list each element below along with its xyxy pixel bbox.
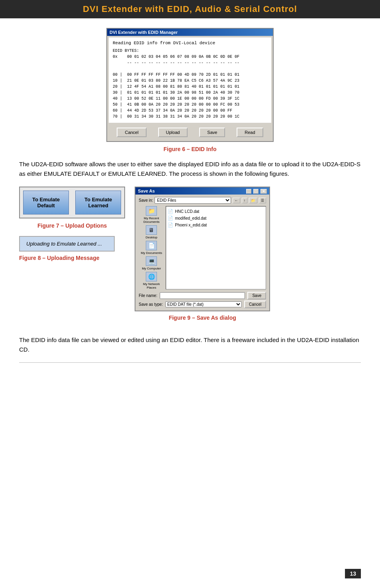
figure6-caption: Figure 6 – EDID Info <box>19 146 361 152</box>
file-item-modified[interactable]: 📄 modified_edid.dat <box>168 215 264 222</box>
save-as-type-label: Save as type: <box>139 302 163 307</box>
upload-left-column: To EmulateDefault To EmulateLearned Figu… <box>19 187 125 268</box>
dvi-buttons: Cancel Upload Save Read <box>107 124 273 141</box>
file-item-phoenix[interactable]: 📄 Phoeni x_edid.dat <box>168 222 264 228</box>
uploading-message-box: Uploading to Emulate Learned ... <box>19 236 115 252</box>
desktop-icon: 🖥 <box>146 225 157 235</box>
dvi-status-text: Reading EDID info from DVI-Local device <box>113 41 267 45</box>
savetype-row: Save as type: EDID DAT file (*.dat) Canc… <box>139 301 266 308</box>
sidebar-my-documents[interactable]: 📄 My Documents <box>141 241 162 255</box>
sidebar-my-computer[interactable]: 💻 My Computer <box>142 256 161 270</box>
upload-buttons-box: To EmulateDefault To EmulateLearned <box>19 187 125 218</box>
upload-options-row: To EmulateDefault To EmulateLearned Figu… <box>19 187 361 328</box>
body-text-2: The EDID info data file can be viewed or… <box>19 335 361 354</box>
body-text-1: The UD2A-EDID software allows the user t… <box>19 159 361 179</box>
sa-bottom-controls: File name: Save Save as type: EDID DAT f… <box>139 292 266 308</box>
page-number: 13 <box>345 569 361 578</box>
file-icon-hnclcd: 📄 <box>168 209 173 214</box>
sidebar-my-network[interactable]: 🌐 My NetworkPlaces <box>143 272 160 289</box>
read-button[interactable]: Read <box>237 128 263 137</box>
view-button[interactable]: ☰ <box>259 198 266 203</box>
file-icon-modified: 📄 <box>168 216 173 221</box>
save-as-main: 📁 My RecentDocuments 🖥 Desktop 📄 My Doc <box>139 206 266 289</box>
save-button[interactable]: Save <box>199 128 225 137</box>
save-as-toolbar: Save in: EDID Files ← ↑ 📁 ☰ <box>139 197 266 204</box>
new-folder-button[interactable]: 📁 <box>249 198 257 203</box>
emulate-default-button[interactable]: To EmulateDefault <box>23 191 69 214</box>
dvi-window-body: Reading EDID info from DVI-Local device … <box>109 37 271 123</box>
my-documents-icon: 📄 <box>146 241 157 250</box>
cancel-button[interactable]: Cancel <box>117 128 146 137</box>
sa-save-button[interactable]: Save <box>247 292 266 299</box>
save-as-column: Save As _ □ ✕ Save in: EDID Files <box>135 187 270 328</box>
sa-sidebar: 📁 My RecentDocuments 🖥 Desktop 📄 My Doc <box>139 206 164 289</box>
minimize-button[interactable]: _ <box>246 189 251 194</box>
my-network-icon: 🌐 <box>146 272 157 281</box>
maximize-button[interactable]: □ <box>253 189 259 194</box>
sa-file-list: 📄 HNC LCD.dat 📄 modified_edid.dat 📄 Pho <box>166 206 266 289</box>
dvi-titlebar: DVI Extender with EDID Manager <box>107 29 273 36</box>
figure9-caption: Figure 9 – Save As dialog <box>135 315 270 321</box>
sidebar-desktop[interactable]: 🖥 Desktop <box>146 225 157 239</box>
file-icon-phoenix: 📄 <box>168 222 173 228</box>
upload-button[interactable]: Upload <box>158 128 188 137</box>
sa-cancel-button[interactable]: Cancel <box>244 301 266 308</box>
sidebar-recent-docs[interactable]: 📁 My RecentDocuments <box>143 206 159 224</box>
nav-back-button[interactable]: ← <box>233 198 240 203</box>
emulate-learned-button[interactable]: To EmulateLearned <box>75 191 121 214</box>
save-in-label: Save in: <box>139 198 153 203</box>
save-as-titlebar: Save As _ □ ✕ <box>135 187 269 195</box>
save-in-select[interactable]: EDID Files <box>155 197 231 204</box>
close-button[interactable]: ✕ <box>261 189 267 194</box>
file-name-label: File name: <box>139 293 157 298</box>
save-as-title: Save As <box>138 189 155 193</box>
page-title: DVI Extender with EDID, Audio & Serial C… <box>10 4 370 14</box>
edid-bytes-block: EDID BYTES: 0x 00 01 02 03 04 05 06 07 0… <box>113 48 267 120</box>
recent-docs-icon: 📁 <box>146 206 157 216</box>
figure8-caption: Figure 8 – Uploading Message <box>19 255 125 261</box>
file-name-input[interactable] <box>160 292 245 299</box>
filename-row: File name: Save <box>139 292 266 299</box>
save-as-body: Save in: EDID Files ← ↑ 📁 ☰ <box>135 195 269 311</box>
save-as-type-select[interactable]: EDID DAT file (*.dat) <box>165 301 242 307</box>
header-bar: DVI Extender with EDID, Audio & Serial C… <box>0 0 380 18</box>
titlebar-buttons: _ □ ✕ <box>245 189 267 193</box>
dvi-manager-window: DVI Extender with EDID Manager Reading E… <box>106 28 274 142</box>
my-computer-icon: 💻 <box>146 256 157 266</box>
nav-up-button[interactable]: ↑ <box>242 198 248 203</box>
figure7-caption: Figure 7 – Upload Options <box>19 222 125 229</box>
file-item-hnclcd[interactable]: 📄 HNC LCD.dat <box>168 208 264 215</box>
save-as-window: Save As _ □ ✕ Save in: EDID Files <box>135 187 270 311</box>
